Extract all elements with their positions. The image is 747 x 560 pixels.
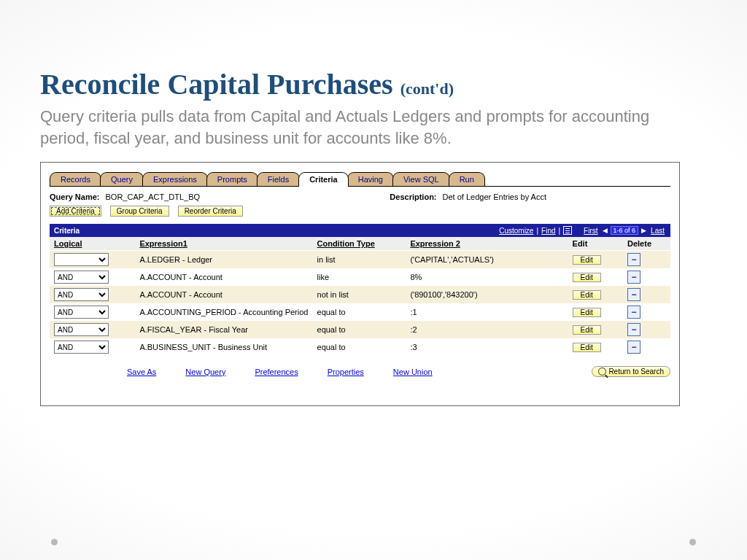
table-row: ANDA.ACCOUNTING_PERIOD - Accounting Peri… <box>50 303 670 321</box>
exp2-cell: :3 <box>406 338 568 356</box>
description-label: Description: <box>390 192 436 201</box>
edit-button[interactable]: Edit <box>573 255 601 265</box>
col-cond[interactable]: Condition Type <box>313 237 406 251</box>
edit-button[interactable]: Edit <box>573 290 601 300</box>
dot-icon <box>51 539 58 545</box>
query-name-value: BOR_CAP_ACT_DTL_BQ <box>105 192 200 201</box>
cond-cell: like <box>313 268 406 286</box>
tab-expressions[interactable]: Expressions <box>142 172 208 186</box>
add-criteria-button[interactable]: Add Criteria <box>50 206 101 217</box>
dot-icon <box>689 539 696 545</box>
edit-button[interactable]: Edit <box>573 325 601 335</box>
col-delete: Delete <box>623 237 670 251</box>
tab-viewsql[interactable]: View SQL <box>392 172 450 186</box>
prev-icon[interactable]: ◀ <box>603 227 608 234</box>
logical-select[interactable]: AND <box>54 306 109 319</box>
exp2-cell: ('890100','843200') <box>406 286 568 303</box>
table-row: ANDA.ACCOUNT - Accountnot in list('89010… <box>50 286 670 303</box>
tab-query[interactable]: Query <box>100 172 144 186</box>
save-as-link[interactable]: Save As <box>127 368 156 376</box>
next-icon[interactable]: ▶ <box>641 227 646 234</box>
cond-cell: not in list <box>313 286 406 303</box>
search-icon <box>598 368 606 376</box>
table-row: ANDA.FISCAL_YEAR - Fiscal Yearequal to:2… <box>50 321 670 338</box>
tab-fields[interactable]: Fields <box>257 172 300 186</box>
criteria-actions: Add Criteria Group Criteria Reorder Crit… <box>50 206 670 217</box>
tab-strip: Records Query Expressions Prompts Fields… <box>50 170 670 187</box>
exp1-cell: A.LEDGER - Ledger <box>135 251 312 269</box>
first-link[interactable]: First <box>584 227 597 235</box>
tab-having[interactable]: Having <box>347 172 394 186</box>
query-panel: Records Query Expressions Prompts Fields… <box>40 162 680 406</box>
slide-title: Reconcile Capital Purchases (cont'd) <box>40 69 707 100</box>
table-row: ANDA.BUSINESS_UNIT - Business Unitequal … <box>50 338 670 356</box>
tab-criteria[interactable]: Criteria <box>298 172 349 187</box>
query-info-row: Query Name: BOR_CAP_ACT_DTL_BQ Descripti… <box>50 192 670 201</box>
delete-button[interactable]: − <box>627 306 640 319</box>
group-criteria-button[interactable]: Group Criteria <box>110 206 169 217</box>
exp1-cell: A.FISCAL_YEAR - Fiscal Year <box>135 321 312 338</box>
tab-run[interactable]: Run <box>449 172 485 186</box>
new-union-link[interactable]: New Union <box>393 368 433 376</box>
slide-decoration <box>0 539 747 545</box>
delete-button[interactable]: − <box>627 253 640 266</box>
edit-button[interactable]: Edit <box>573 308 601 317</box>
tab-records[interactable]: Records <box>50 172 101 186</box>
slide-subtitle: Query criteria pulls data from Capital a… <box>40 106 682 149</box>
delete-button[interactable]: − <box>627 271 640 284</box>
exp2-cell: ('CAPITAL','ACTUALS') <box>406 251 568 269</box>
cond-cell: in list <box>313 251 406 269</box>
exp1-cell: A.ACCOUNT - Account <box>135 286 312 303</box>
col-exp2[interactable]: Expression 2 <box>406 237 568 251</box>
cond-cell: equal to <box>313 303 406 321</box>
return-to-search-button[interactable]: Return to Search <box>592 366 670 377</box>
exp2-cell: :2 <box>406 321 568 338</box>
cond-cell: equal to <box>313 321 406 338</box>
table-row: ANDA.ACCOUNT - Accountlike8%Edit− <box>50 268 670 286</box>
exp2-cell: :1 <box>406 303 568 321</box>
customize-link[interactable]: Customize <box>499 227 533 235</box>
logical-select[interactable]: AND <box>54 323 109 336</box>
reorder-criteria-button[interactable]: Reorder Criteria <box>178 206 243 217</box>
preferences-link[interactable]: Preferences <box>255 368 298 376</box>
exp1-cell: A.BUSINESS_UNIT - Business Unit <box>135 338 312 356</box>
edit-button[interactable]: Edit <box>573 273 601 282</box>
query-name-label: Query Name: <box>50 192 99 201</box>
return-label: Return to Search <box>608 368 664 376</box>
find-link[interactable]: Find <box>541 227 555 235</box>
delete-button[interactable]: − <box>627 323 640 336</box>
col-logical[interactable]: Logical <box>50 237 135 251</box>
grid-header-bar: Criteria Customize | Find | First ◀ 1-6 … <box>50 224 670 237</box>
logical-select[interactable]: AND <box>54 288 109 301</box>
grid-title: Criteria <box>54 227 498 235</box>
exp1-cell: A.ACCOUNTING_PERIOD - Accounting Period <box>135 303 312 321</box>
logical-select[interactable]: AND <box>54 271 109 284</box>
title-cont: (cont'd) <box>400 79 454 98</box>
table-row: A.LEDGER - Ledgerin list('CAPITAL','ACTU… <box>50 251 670 269</box>
logical-select[interactable] <box>54 253 109 266</box>
properties-link[interactable]: Properties <box>328 368 364 376</box>
cond-cell: equal to <box>313 338 406 356</box>
tab-prompts[interactable]: Prompts <box>206 172 258 186</box>
delete-button[interactable]: − <box>627 288 640 301</box>
new-query-link[interactable]: New Query <box>185 368 225 376</box>
description-value: Det of Ledger Entries by Acct <box>443 192 546 201</box>
title-main: Reconcile Capital Purchases <box>40 68 400 101</box>
col-exp1[interactable]: Expression1 <box>135 237 312 251</box>
view-all-icon[interactable] <box>563 226 572 235</box>
logical-select[interactable]: AND <box>54 341 109 354</box>
col-edit: Edit <box>568 237 623 251</box>
bottom-link-row: Save As New Query Preferences Properties… <box>127 366 670 377</box>
criteria-table: Logical Expression1 Condition Type Expre… <box>50 237 670 356</box>
row-count: 1-6 of 6 <box>611 226 639 235</box>
exp2-cell: 8% <box>406 268 568 286</box>
delete-button[interactable]: − <box>627 341 640 354</box>
edit-button[interactable]: Edit <box>573 343 601 352</box>
exp1-cell: A.ACCOUNT - Account <box>135 268 312 286</box>
last-link[interactable]: Last <box>651 227 665 235</box>
